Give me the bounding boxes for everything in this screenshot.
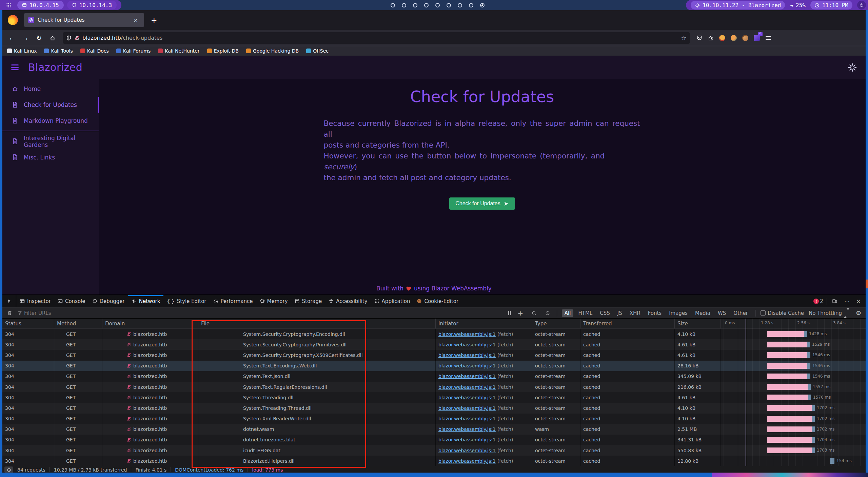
workspace-dot-2[interactable]	[402, 3, 406, 7]
bookmark-item[interactable]: Kali Forums	[116, 48, 151, 54]
devtools-tab-inspector[interactable]: Inspector	[16, 295, 54, 307]
sidebar-item-home[interactable]: Home	[2, 81, 99, 97]
bookmark-star-icon[interactable]: ☆	[681, 34, 687, 41]
performance-analysis-icon[interactable]	[4, 466, 13, 473]
workspace-dot-4[interactable]	[424, 3, 429, 7]
initiator-link[interactable]: blazor.webassembly.js:1	[438, 384, 496, 390]
initiator-link[interactable]: blazor.webassembly.js:1	[438, 458, 496, 464]
insecure-lock-icon[interactable]	[74, 35, 80, 41]
throttling-select[interactable]: No Throttling	[809, 310, 849, 316]
new-tab-button[interactable]: +	[147, 16, 160, 24]
bookmark-item[interactable]: Kali Docs	[80, 48, 109, 54]
workspace-dot-8[interactable]	[469, 3, 473, 7]
devtools-tab-network[interactable]: Network	[128, 295, 164, 307]
devtools-tab-console[interactable]: Console	[54, 295, 89, 307]
tab-close-icon[interactable]: ×	[132, 16, 140, 24]
devtools-close-icon[interactable]: ×	[855, 298, 862, 305]
taskbar-window-2[interactable]: 10.10.14.3	[67, 1, 117, 9]
menu-icon[interactable]	[763, 33, 773, 43]
bookmark-item[interactable]: OffSec	[306, 48, 329, 54]
initiator-link[interactable]: blazor.webassembly.js:1	[438, 426, 496, 432]
browser-tab[interactable]: @ Check for Updates ×	[24, 13, 144, 27]
taskbar-window-1[interactable]: 10.0.4.15	[17, 1, 64, 9]
filter-media[interactable]: Media	[692, 309, 713, 317]
filter-fonts[interactable]: Fonts	[645, 309, 664, 317]
workspace-dot-3[interactable]	[413, 3, 417, 7]
network-request-row[interactable]: 304GETblazorized.htbdotnet.timezones.bla…	[2, 435, 866, 445]
app-menu-icon[interactable]	[3, 3, 14, 8]
extensions-puzzle-icon[interactable]	[706, 33, 716, 43]
devtools-tab-style-editor[interactable]: { }Style Editor	[163, 295, 210, 307]
column-header-method[interactable]: Method	[54, 319, 102, 328]
devtools-tab-debugger[interactable]: Debugger	[89, 295, 128, 307]
initiator-link[interactable]: blazor.webassembly.js:1	[438, 437, 496, 442]
initiator-link[interactable]: blazor.webassembly.js:1	[438, 374, 496, 379]
network-request-row[interactable]: 304GETblazorized.htbSystem.Xml.ReaderWri…	[2, 414, 866, 424]
column-header-status[interactable]: Status	[2, 319, 54, 328]
column-header-transferred[interactable]: Transferred	[580, 319, 675, 328]
filter-xhr[interactable]: XHR	[627, 309, 643, 317]
cookie-extension-icon[interactable]	[740, 33, 750, 43]
theme-toggle-sun-icon[interactable]	[848, 63, 857, 72]
network-request-row[interactable]: 304GETblazorized.htbSystem.Security.Cryp…	[2, 329, 866, 339]
network-request-row[interactable]: 304GETblazorized.htbicudt_EFIGS.datblazo…	[2, 445, 866, 456]
error-count-badge[interactable]: ! 2	[813, 298, 823, 304]
adblocker-icon[interactable]	[717, 33, 727, 43]
initiator-link[interactable]: blazor.webassembly.js:1	[438, 352, 496, 358]
bookmark-item[interactable]: Kali Linux	[7, 48, 37, 54]
bookmark-item[interactable]: Exploit-DB	[207, 48, 239, 54]
volume-indicator[interactable]: ◄ 25%	[790, 2, 806, 8]
initiator-link[interactable]: blazor.webassembly.js:1	[438, 395, 496, 400]
column-header-size[interactable]: Size	[675, 319, 721, 328]
search-icon[interactable]	[530, 309, 538, 317]
initiator-link[interactable]: blazor.webassembly.js:1	[438, 331, 496, 337]
column-header-initiator[interactable]: Initiator	[436, 319, 532, 328]
column-header-type[interactable]: Type	[532, 319, 580, 328]
column-header-file[interactable]: File	[198, 319, 436, 328]
initiator-link[interactable]: blazor.webassembly.js:1	[438, 342, 496, 347]
responsive-design-icon[interactable]	[830, 297, 839, 305]
filter-urls-input[interactable]: Filter URLs	[18, 310, 508, 316]
network-request-row[interactable]: 304GETblazorized.htbSystem.Security.Cryp…	[2, 339, 866, 350]
node-picker-icon[interactable]	[2, 295, 16, 307]
network-settings-gear-icon[interactable]: ⚙	[854, 309, 863, 317]
power-button[interactable]	[857, 1, 866, 9]
sidebar-item-interesting-digital-gardens[interactable]: Interesting Digital Gardens	[2, 133, 99, 149]
devtools-tab-memory[interactable]: Memory	[256, 295, 291, 307]
network-request-row[interactable]: 304GETblazorized.htbdotnet.wasmblazor.we…	[2, 424, 866, 435]
initiator-link[interactable]: blazor.webassembly.js:1	[438, 448, 496, 453]
network-request-row[interactable]: 304GETblazorized.htbSystem.Security.Cryp…	[2, 350, 866, 360]
network-request-row[interactable]: 304GETblazorized.htbSystem.Text.Json.dll…	[2, 371, 866, 382]
workspace-dot-5[interactable]	[435, 3, 440, 7]
back-button[interactable]: ←	[6, 32, 18, 44]
devtools-tab-performance[interactable]: Performance	[210, 295, 256, 307]
disable-cache-checkbox[interactable]: Disable Cache	[761, 310, 804, 316]
filter-all[interactable]: All	[562, 309, 574, 317]
pocket-icon[interactable]	[694, 33, 704, 43]
pause-traffic-icon[interactable]	[508, 311, 511, 315]
bookmark-item[interactable]: Kali NetHunter	[158, 48, 199, 54]
reload-button[interactable]: ↻	[33, 32, 45, 44]
new-request-icon[interactable]: +	[516, 309, 525, 317]
block-icon[interactable]	[543, 309, 552, 317]
network-request-row[interactable]: 304GETblazorized.htbSystem.Threading.Thr…	[2, 403, 866, 413]
sidebar-item-markdown-playground[interactable]: Markdown Playground	[2, 113, 99, 129]
firefox-icon[interactable]	[8, 15, 18, 25]
forward-button[interactable]: →	[19, 32, 32, 44]
initiator-link[interactable]: blazor.webassembly.js:1	[438, 363, 496, 368]
network-request-row[interactable]: 304GETblazorized.htbSystem.Text.Encoding…	[2, 361, 866, 371]
devtools-tab-cookie-editor[interactable]: Cookie-Editor	[413, 295, 462, 307]
workspace-dot-7[interactable]	[458, 3, 462, 7]
filter-other[interactable]: Other	[731, 309, 751, 317]
initiator-link[interactable]: blazor.webassembly.js:1	[438, 405, 496, 411]
initiator-link[interactable]: blazor.webassembly.js:1	[438, 416, 496, 421]
check-for-updates-button[interactable]: Check for Updates	[449, 197, 515, 210]
devtools-tab-accessibility[interactable]: Accessibility	[325, 295, 371, 307]
url-bar[interactable]: blazorized.htb/check-updates ☆	[63, 32, 690, 44]
clear-requests-icon[interactable]	[5, 309, 14, 317]
home-button[interactable]	[46, 32, 59, 44]
network-request-row[interactable]: 304GETblazorized.htbSystem.Text.RegularE…	[2, 382, 866, 392]
workspace-dot-9[interactable]	[480, 3, 485, 7]
bookmark-item[interactable]: Google Hacking DB	[246, 48, 299, 54]
bookmark-item[interactable]: Kali Tools	[44, 48, 73, 54]
